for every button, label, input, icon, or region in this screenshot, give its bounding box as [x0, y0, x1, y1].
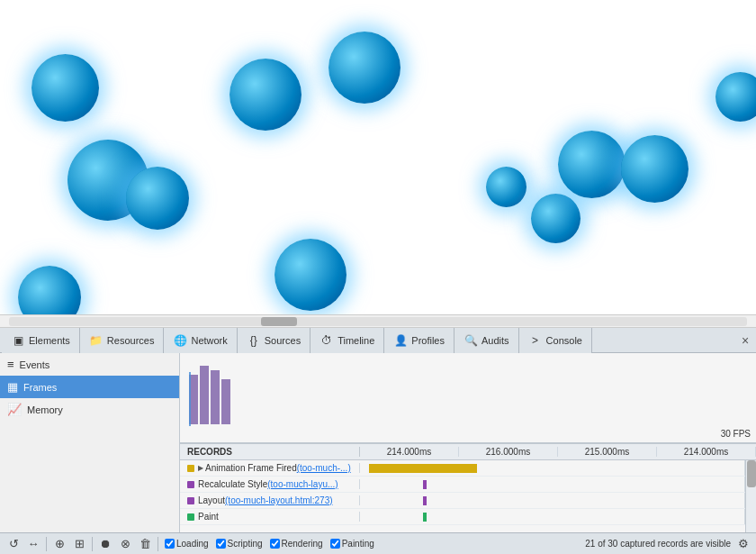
tab-label-resources: Resources [107, 335, 155, 346]
record-timeline-3 [360, 509, 745, 524]
tab-network[interactable]: 🌐Network [164, 328, 237, 353]
timeline-area: 30 FPS RECORDS 214.000ms216.000ms215.000… [180, 353, 756, 532]
record-link-2[interactable]: (too-much-layout.html:273) [225, 495, 333, 505]
sidebar-frames-icon: ▦ [7, 380, 18, 394]
record-label-0: ▶Animation Frame Fired(too-much-...) [180, 463, 360, 473]
resources-tab-icon: 📁 [89, 333, 104, 348]
records-scroll-thumb[interactable] [747, 460, 756, 487]
devtools-content: ≡Events▦Frames📈Memory 30 FPS RECORDS [0, 353, 756, 532]
time-header-2: 215.000ms [558, 447, 657, 457]
tab-profiles[interactable]: 👤Profiles [384, 328, 454, 353]
profiles-tab-icon: 👤 [393, 333, 408, 348]
record-button[interactable]: ↔ [24, 535, 42, 553]
checkbox-group-rendering: Rendering [270, 539, 323, 549]
record-timeline-0 [360, 460, 745, 476]
sidebar-memory-icon: 📈 [7, 403, 22, 416]
sidebar-item-frames[interactable]: ▦Frames [0, 376, 179, 398]
status-text: 21 of 30 captured records are visible [585, 539, 731, 549]
tab-label-audits: Audits [482, 335, 509, 346]
bubble-6 [486, 167, 526, 207]
sidebar-item-events[interactable]: ≡Events [0, 353, 179, 376]
sidebar-item-memory[interactable]: 📈Memory [0, 398, 179, 421]
checkbox-label-scripting: Scripting [228, 539, 263, 549]
time-header-1: 216.000ms [459, 447, 558, 457]
record-timeline-2 [360, 493, 745, 508]
record-timeline-1 [360, 477, 745, 492]
devtools-panel: ▣Elements📁Resources🌐Network{}Sources⏱Tim… [0, 328, 756, 554]
search-button[interactable]: ⊕ [50, 535, 68, 553]
checkbox-label-loading: Loading [176, 539, 209, 549]
sidebar-label-memory: Memory [27, 404, 63, 415]
chart-area: 30 FPS [180, 353, 756, 443]
delete-button[interactable]: 🗑 [136, 535, 154, 553]
record-link-0[interactable]: (too-much-...) [297, 463, 351, 473]
expand-arrow[interactable]: ▶ [198, 464, 203, 472]
bubble-5 [274, 239, 346, 311]
toolbar-sep-1 [46, 537, 47, 551]
tab-label-network: Network [191, 335, 227, 346]
scrollbar-thumb[interactable] [261, 317, 297, 326]
table-row[interactable]: Layout(too-much-layout.html:273) [180, 493, 745, 509]
records-scrollbar[interactable] [745, 460, 756, 532]
checkbox-painting[interactable] [330, 539, 340, 549]
time-header-3: 214.000ms [657, 447, 756, 457]
bubble-8 [558, 131, 626, 198]
tab-audits[interactable]: 🔍Audits [454, 328, 519, 353]
bubble-2 [126, 167, 189, 230]
tab-label-profiles: Profiles [411, 335, 445, 346]
timeline-bars [189, 366, 230, 424]
close-button[interactable]: × [736, 331, 754, 350]
record-label-2: Layout(too-much-layout.html:273) [180, 495, 360, 505]
checkbox-label-painting: Painting [342, 539, 374, 549]
timeline-tab-icon: ⏱ [320, 333, 334, 348]
records-section: RECORDS 214.000ms216.000ms215.000ms214.0… [180, 443, 756, 532]
record-bar-1 [423, 480, 427, 489]
record-color-0 [187, 465, 194, 472]
bubble-9 [621, 135, 688, 203]
tab-resources[interactable]: 📁Resources [80, 328, 165, 353]
bubble-0 [32, 54, 99, 122]
filter-button[interactable]: ⊞ [70, 535, 88, 553]
clear-button[interactable]: ⊗ [116, 535, 134, 553]
bubble-3 [230, 59, 302, 131]
tab-timeline[interactable]: ⏱Timeline [310, 328, 384, 353]
checkbox-group-loading: Loading [165, 539, 209, 549]
playhead-indicator [189, 372, 191, 426]
checkbox-rendering[interactable] [270, 539, 280, 549]
toolbar-sep-checkboxes [158, 537, 158, 551]
record-text-2: Layout [198, 495, 225, 505]
tab-label-elements: Elements [29, 335, 70, 346]
table-row[interactable]: Recalculate Style(too-much-layu...) [180, 477, 745, 493]
bottom-toolbar: ↺↔⊕⊞⏺⊗🗑LoadingScriptingRenderingPainting… [0, 532, 756, 554]
checkbox-label-rendering: Rendering [282, 539, 323, 549]
checkbox-loading[interactable] [165, 539, 175, 549]
timeline-bar-3 [211, 370, 220, 424]
tab-label-console: Console [546, 335, 582, 346]
tab-elements[interactable]: ▣Elements [2, 328, 80, 353]
capture-button[interactable]: ⏺ [96, 535, 114, 553]
horizontal-scrollbar[interactable] [9, 317, 747, 326]
tab-label-sources: Sources [265, 335, 301, 346]
sidebar-label-events: Events [20, 359, 50, 370]
elements-tab-icon: ▣ [11, 333, 25, 348]
scrollbar-area[interactable] [0, 315, 756, 328]
table-row[interactable]: ▶Animation Frame Fired(too-much-...) [180, 460, 745, 477]
tab-bar: ▣Elements📁Resources🌐Network{}Sources⏱Tim… [0, 328, 756, 353]
sidebar-events-icon: ≡ [7, 358, 14, 371]
time-header-0: 214.000ms [360, 447, 459, 457]
bubble-11 [18, 266, 81, 315]
record-color-3 [187, 513, 194, 521]
tab-sources[interactable]: {}Sources [238, 328, 310, 353]
record-text-0: Animation Frame Fired [205, 463, 297, 473]
tab-console[interactable]: >Console [519, 328, 592, 353]
checkbox-scripting[interactable] [216, 539, 226, 549]
sidebar-label-frames: Frames [23, 382, 57, 393]
reload-button[interactable]: ↺ [4, 535, 22, 553]
settings-button[interactable]: ⚙ [734, 535, 752, 553]
checkbox-group-painting: Painting [330, 539, 374, 549]
table-row[interactable]: Paint [180, 509, 745, 525]
record-link-1[interactable]: (too-much-layu...) [267, 479, 338, 489]
bubble-4 [328, 32, 400, 104]
records-header: RECORDS 214.000ms216.000ms215.000ms214.0… [180, 444, 756, 460]
timeline-bar-2 [200, 366, 209, 424]
